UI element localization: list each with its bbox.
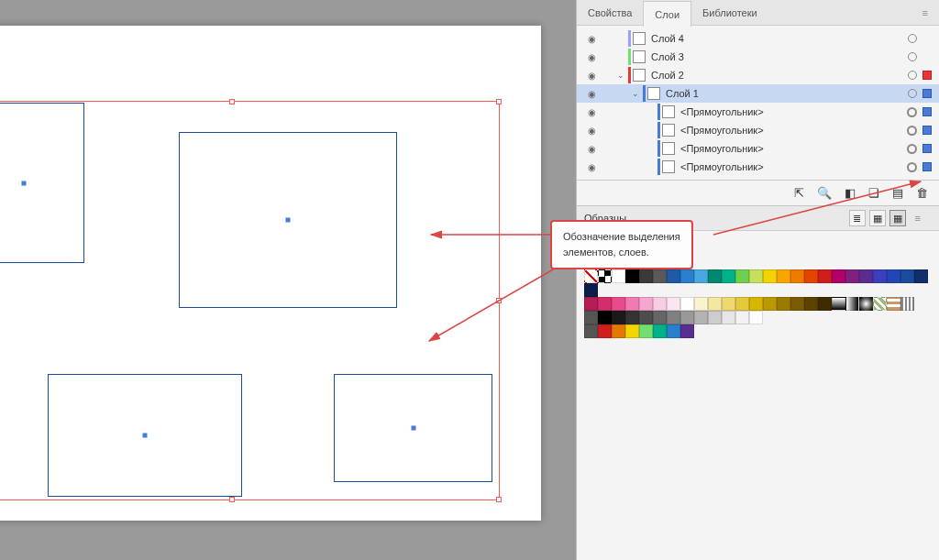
swatch[interactable] bbox=[598, 269, 612, 283]
swatch[interactable] bbox=[584, 283, 598, 297]
swatch[interactable] bbox=[639, 311, 653, 324]
visibility-icon[interactable]: ◉ bbox=[584, 89, 599, 99]
swatch[interactable] bbox=[612, 324, 625, 338]
swatch[interactable] bbox=[873, 269, 887, 283]
selection-indicator[interactable] bbox=[922, 107, 932, 116]
swatch[interactable] bbox=[667, 269, 680, 283]
swatches-menu-icon[interactable]: ≡ bbox=[906, 213, 932, 224]
swatch[interactable] bbox=[708, 269, 722, 283]
swatch[interactable] bbox=[845, 297, 859, 311]
swatch[interactable] bbox=[777, 297, 790, 311]
swatch[interactable] bbox=[625, 297, 639, 311]
swatch[interactable] bbox=[804, 269, 818, 283]
layer-row[interactable]: ◉⌄Слой 2 bbox=[577, 66, 939, 84]
layer-row[interactable]: ◉<Прямоугольник> bbox=[577, 103, 939, 121]
swatch[interactable] bbox=[722, 297, 735, 311]
selection-indicator[interactable] bbox=[922, 34, 932, 43]
swatch[interactable] bbox=[694, 311, 708, 324]
layer-name[interactable]: <Прямоугольник> bbox=[680, 143, 903, 154]
layer-row[interactable]: ◉⌄Слой 1 bbox=[577, 84, 939, 103]
selection-indicator[interactable] bbox=[922, 144, 932, 153]
layer-name[interactable]: Слой 2 bbox=[651, 70, 904, 81]
selection-bounding-box[interactable] bbox=[0, 101, 500, 500]
visibility-icon[interactable]: ◉ bbox=[584, 52, 599, 62]
swatch[interactable] bbox=[873, 297, 887, 311]
swatch[interactable] bbox=[735, 269, 749, 283]
target-icon[interactable] bbox=[908, 89, 917, 98]
panel-menu-icon[interactable]: ≡ bbox=[913, 7, 939, 18]
layer-name[interactable]: Слой 1 bbox=[666, 88, 904, 99]
target-icon[interactable] bbox=[908, 52, 917, 61]
swatch[interactable] bbox=[735, 311, 749, 324]
swatch[interactable] bbox=[625, 311, 639, 324]
visibility-icon[interactable]: ◉ bbox=[584, 162, 599, 172]
layer-name[interactable]: <Прямоугольник> bbox=[680, 125, 903, 136]
artboard[interactable] bbox=[0, 26, 541, 521]
swatch[interactable] bbox=[749, 311, 763, 324]
swatch[interactable] bbox=[598, 311, 612, 324]
swatch[interactable] bbox=[735, 297, 749, 311]
tab-layers[interactable]: Слои bbox=[643, 1, 691, 27]
target-icon[interactable] bbox=[907, 162, 917, 172]
visibility-icon[interactable]: ◉ bbox=[584, 144, 599, 154]
clipping-mask-icon[interactable]: ◧ bbox=[845, 186, 856, 200]
swatch[interactable] bbox=[832, 297, 845, 311]
swatch[interactable] bbox=[625, 269, 639, 283]
layer-row[interactable]: ◉<Прямоугольник> bbox=[577, 121, 939, 139]
swatch[interactable] bbox=[598, 297, 612, 311]
swatch[interactable] bbox=[694, 297, 708, 311]
swatch[interactable] bbox=[804, 297, 818, 311]
swatch[interactable] bbox=[639, 297, 653, 311]
swatch[interactable] bbox=[914, 269, 928, 283]
new-sublayer-icon[interactable]: ❏ bbox=[868, 186, 879, 200]
swatch[interactable] bbox=[722, 311, 735, 324]
swatch[interactable] bbox=[859, 269, 873, 283]
visibility-icon[interactable]: ◉ bbox=[584, 71, 599, 81]
visibility-icon[interactable]: ◉ bbox=[584, 126, 599, 136]
swatch[interactable] bbox=[667, 324, 680, 338]
swatch-group-icon[interactable] bbox=[584, 324, 598, 338]
swatch[interactable] bbox=[790, 297, 804, 311]
selection-indicator[interactable] bbox=[922, 162, 932, 171]
locate-object-icon[interactable]: ⇱ bbox=[794, 186, 804, 200]
swatch[interactable] bbox=[667, 311, 680, 324]
swatch[interactable] bbox=[845, 269, 859, 283]
swatch-list-view-icon[interactable]: ≣ bbox=[849, 210, 866, 226]
selection-indicator[interactable] bbox=[922, 126, 932, 135]
search-icon[interactable]: 🔍 bbox=[817, 186, 832, 200]
swatch[interactable] bbox=[680, 297, 694, 311]
swatch[interactable] bbox=[653, 269, 667, 283]
tab-libraries[interactable]: Библиотеки bbox=[691, 0, 768, 26]
target-icon[interactable] bbox=[907, 107, 917, 117]
swatch[interactable] bbox=[639, 269, 653, 283]
swatch[interactable] bbox=[818, 269, 832, 283]
swatch[interactable] bbox=[832, 269, 845, 283]
target-icon[interactable] bbox=[907, 144, 917, 154]
swatch[interactable] bbox=[900, 297, 914, 311]
swatch[interactable] bbox=[625, 324, 639, 338]
layer-row[interactable]: ◉<Прямоугольник> bbox=[577, 139, 939, 158]
layer-name[interactable]: <Прямоугольник> bbox=[680, 106, 903, 117]
swatch[interactable] bbox=[680, 311, 694, 324]
swatch[interactable] bbox=[859, 297, 873, 311]
swatch[interactable] bbox=[749, 297, 763, 311]
target-icon[interactable] bbox=[907, 126, 917, 136]
swatch[interactable] bbox=[612, 297, 625, 311]
delete-layer-icon[interactable]: 🗑 bbox=[916, 186, 928, 200]
layer-name[interactable]: Слой 4 bbox=[651, 33, 904, 44]
target-icon[interactable] bbox=[908, 71, 917, 80]
swatch[interactable] bbox=[680, 324, 694, 338]
layer-name[interactable]: <Прямоугольник> bbox=[680, 161, 903, 172]
swatch[interactable] bbox=[639, 324, 653, 338]
layer-row[interactable]: ◉Слой 4 bbox=[577, 29, 939, 48]
swatch[interactable] bbox=[680, 269, 694, 283]
swatch[interactable] bbox=[667, 297, 680, 311]
disclosure-toggle[interactable]: ⌄ bbox=[630, 89, 641, 98]
swatch[interactable] bbox=[763, 269, 777, 283]
swatch-small-view-icon[interactable]: ▦ bbox=[869, 210, 886, 226]
swatch[interactable] bbox=[708, 311, 722, 324]
swatch[interactable] bbox=[584, 269, 598, 283]
swatch[interactable] bbox=[612, 269, 625, 283]
swatch[interactable] bbox=[598, 324, 612, 338]
new-layer-icon[interactable]: ▤ bbox=[892, 186, 903, 200]
